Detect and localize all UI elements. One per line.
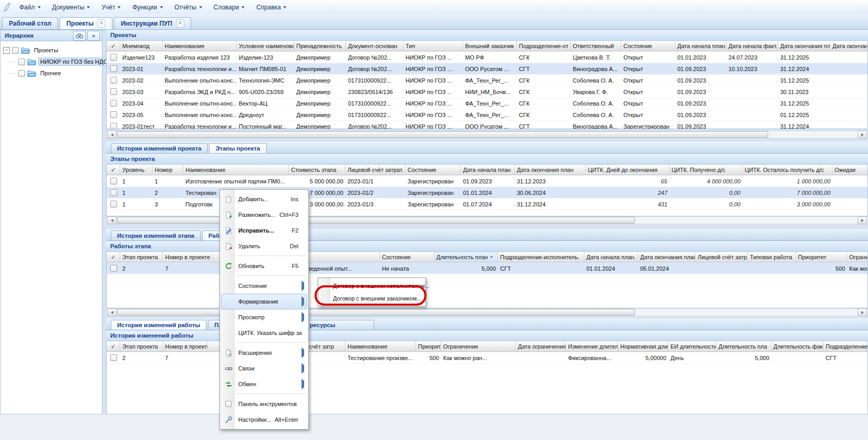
row-checkbox[interactable] [110,189,117,196]
column-header[interactable]: ЦИТК. Осталось получить д/с [743,165,832,175]
scroll-left-icon[interactable] [107,308,117,316]
column-header[interactable]: Изменение длител [566,341,618,352]
scroll-left-icon[interactable] [107,131,117,138]
sub-tab[interactable]: Этапы проекта [209,143,266,153]
row-checkbox[interactable] [110,100,117,107]
column-header[interactable]: Номер в проекте [163,252,213,262]
column-header[interactable]: Дата окончания пл [778,41,830,51]
column-header[interactable]: Наименование [163,41,237,51]
row-checkbox[interactable] [110,54,117,61]
search-binoculars-icon[interactable] [73,31,86,41]
column-header[interactable]: Лицевой счёт затр [696,252,748,262]
context-menu-item[interactable]: ОбновитьF5 [221,258,307,274]
context-menu-item[interactable]: Размножить...Ctrl+F3 [221,207,307,223]
column-header[interactable]: Условное наименова [237,41,294,51]
menubar-item-4[interactable]: Функции [126,2,168,13]
column-header[interactable]: ✓ [107,41,120,51]
context-menu-item[interactable]: Обмен [221,376,307,392]
column-header[interactable]: Дата окончани [830,41,868,51]
menubar-item-3[interactable]: Учёт [96,2,126,13]
column-header[interactable]: Состояние [406,165,461,175]
column-header[interactable]: Дата начала план [461,165,515,175]
column-header[interactable]: Нормативная длит [618,341,668,352]
column-header[interactable]: Наименование [345,341,416,352]
context-menu-item[interactable]: Настройки...Alt+Enter [221,412,307,427]
column-header[interactable]: Дата окончания план [515,165,586,175]
menubar-item-1[interactable]: Файл [14,2,47,13]
scrollbar-thumb[interactable] [117,131,768,138]
row-checkbox[interactable] [110,201,117,207]
column-header[interactable]: Принадлежность [294,41,346,51]
column-header[interactable]: ЦИТК. Дней до окончания [586,165,669,175]
table-row[interactable]: 2023-04Выполнение опытно-конс...Вектор-А… [107,98,868,109]
column-header[interactable]: Лицевой счёт затрат. [345,165,406,175]
tree-checkbox[interactable] [12,47,19,54]
column-header[interactable]: Дата начала факт. [726,41,778,51]
column-header[interactable]: Подразделение-исполнитель. [498,252,584,262]
tab-close-icon[interactable]: ✕ [97,19,106,28]
column-header[interactable]: Этап проекта [120,341,163,352]
menubar-item-2[interactable]: Документы [47,2,96,13]
column-header[interactable]: Подразделение-от [517,41,571,51]
column-header[interactable]: Номер в проекте [163,341,208,352]
column-header[interactable]: Дата начала план. [675,41,726,51]
menubar-item-7[interactable]: Справка [250,2,292,13]
table-row[interactable]: 2023-02Выполнение опытно-конс...Технолог… [107,75,868,86]
context-menu-item[interactable]: Формирование [221,294,307,309]
context-menu-item[interactable]: Добавить...Ins [221,191,307,207]
scroll-right-icon[interactable] [858,131,867,138]
column-header[interactable]: Уровень [120,165,153,175]
scroll-right-icon[interactable] [858,308,867,316]
submenu-item[interactable]: Договор с внешним исполнителем... [318,280,425,292]
column-header[interactable]: Дата начала план. [584,252,638,262]
column-header[interactable]: Длительность пла [716,341,771,352]
sub-tab[interactable]: е ресурсы [298,320,374,330]
column-header[interactable]: Ответственный [571,41,621,51]
tree-expander-icon[interactable]: − [3,47,10,54]
column-header[interactable]: ЕИ длительности [668,341,716,352]
column-header[interactable]: Документ-основан [346,41,403,51]
column-header[interactable]: Подразделение [824,341,868,352]
tree-checkbox[interactable] [18,70,25,77]
row-checkbox[interactable] [110,111,117,118]
sub-tab[interactable]: История изменений проекта [111,143,207,153]
column-header[interactable]: Наименование [183,165,289,175]
column-header[interactable]: Приоритет [796,252,847,262]
column-header[interactable]: ✓ [107,341,120,352]
scroll-right-icon[interactable] [858,216,867,224]
collapse-panel-icon[interactable]: « [87,31,100,41]
table-row[interactable]: 11Изготовление опытной партии ПМ0...5 00… [107,176,868,187]
row-checkbox[interactable] [110,88,117,95]
context-menu-item[interactable]: ЦИТК. Указать шифр затрат... [221,325,307,341]
sub-tab[interactable]: История изменений работы [111,320,206,330]
column-header[interactable]: Ограничение [847,252,868,262]
context-menu-item[interactable]: Состояние [221,278,307,294]
table-row[interactable]: 2023-03Разработка ЭКД и РКД н...905-U020… [107,86,868,98]
context-menu-item[interactable]: Связи [221,361,307,376]
column-header[interactable]: Тип [403,41,463,51]
table-row[interactable]: 2023-01тестРазработка технологии и...Пос… [107,121,868,129]
column-header[interactable]: Длительность план▼ [434,252,498,262]
column-header[interactable]: ✓ [107,165,120,175]
context-menu-item[interactable]: УдалитьDel [221,238,307,254]
column-header[interactable]: Внешний заказчик [463,41,517,51]
column-header[interactable]: Дата ограничения [516,341,566,352]
row-checkbox[interactable] [110,77,117,84]
context-menu-item[interactable]: Просмотр [221,309,307,325]
column-header[interactable]: Этап проекта [120,252,163,262]
column-header[interactable]: Типовая работа [748,252,796,262]
table-row[interactable]: 2023-01Разработка технологии и...Магнит … [107,63,868,75]
tree-checkbox[interactable] [18,59,25,65]
main-tab[interactable]: Рабочий стол [2,17,58,29]
context-menu-item[interactable]: Исправить...F2 [221,223,307,238]
row-checkbox[interactable] [110,265,117,272]
menubar-item-6[interactable]: Словари [208,2,251,13]
sub-tab[interactable]: История изменений этапа [111,230,201,240]
table-row[interactable]: 2023-05Выполнение опытно-конс...Дредноут… [107,109,868,121]
main-tab[interactable]: Инструкции ПУП✕ [114,17,191,29]
scroll-left-icon[interactable] [107,216,117,224]
column-header[interactable]: ЦИТК. Получено д/с [669,165,743,175]
column-header[interactable]: Приоритет [416,341,441,352]
column-header[interactable]: Мнемокод [120,41,163,51]
context-menu-item[interactable]: Панель инструментов [221,396,307,412]
